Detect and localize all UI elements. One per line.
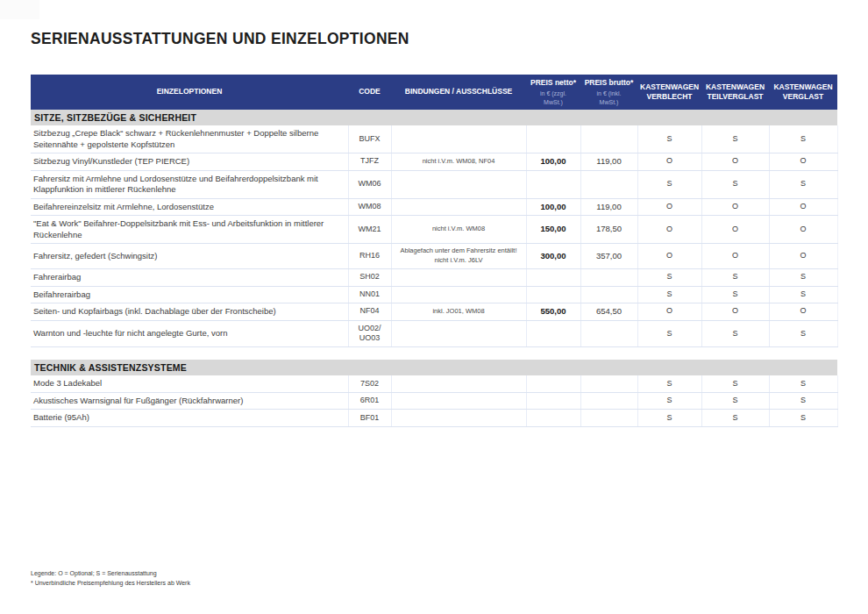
column-header-label: KASTENWAGEN VERBLECHT [640,82,699,102]
table-row: Sitzbezug Vinyl/Kunstleder (TEP PIERCE)T… [31,154,837,171]
table-row: Batterie (95Ah)BF01SSS [31,410,837,427]
option-cell: Fahrersitz, gefedert (Schwingsitz) [31,244,348,269]
column-header-label: KASTENWAGEN TEILVERGLAST [704,82,766,102]
verglast-cell: S [769,170,837,198]
section-header: TECHNIK & ASSISTENZSYSTEME [31,360,837,375]
netto-cell: 100,00 [526,154,580,171]
section-spacer-cell [31,347,837,361]
brutto-cell: 654,50 [580,303,637,321]
netto-cell: 100,00 [526,198,580,216]
code-cell: WM06 [348,170,391,198]
netto-cell [526,320,580,347]
document-page: SERIENAUSSTATTUNGEN UND EINZELOPTIONEN E… [0,0,868,614]
brutto-cell [580,125,637,154]
code-cell: TJFZ [348,154,391,171]
bindungen-cell [391,392,526,410]
brutto-cell [580,269,637,287]
teilverglast-cell: O [701,154,769,171]
teilverglast-cell: S [701,392,769,410]
column-header-code: CODE [348,75,391,110]
column-header-label: EINZELOPTIONEN [33,87,345,96]
code-cell: 6R01 [348,392,391,410]
legend: Legende: O = Optional; S = Serienausstat… [31,568,190,588]
bindungen-cell [391,410,526,427]
verblecht-cell: O [637,244,701,269]
table-row: FahrerairbagSH02SSS [31,269,837,287]
code-cell: WM08 [348,198,391,216]
table-row: BeifahrerairbagNN01SSS [31,286,837,303]
netto-cell [526,392,580,410]
brutto-cell [580,286,637,303]
verblecht-cell: S [637,410,701,427]
brutto-cell [580,320,637,347]
verglast-cell: O [769,216,837,244]
bindungen-cell [391,286,526,303]
bindungen-cell [391,170,526,198]
brutto-cell [580,170,637,198]
option-cell: Mode 3 Ladekabel [31,375,348,392]
table-row: "Eat & Work" Beifahrer-Doppelsitzbank mi… [31,216,837,244]
legend-line-1: Legende: O = Optional; S = Serienausstat… [31,568,190,578]
column-header-netto: PREIS netto*in € (zzgl. MwSt.) [526,75,580,110]
netto-cell [526,286,580,303]
verblecht-cell: S [637,392,701,410]
verglast-cell: O [769,244,837,269]
verglast-cell: S [769,125,837,154]
bindungen-cell: Ablagefach unter dem Fahrersitz entällt!… [391,244,526,269]
option-cell: Fahrerairbag [31,269,348,287]
teilverglast-cell: S [701,410,769,427]
verglast-cell: S [769,320,837,347]
table-row: Mode 3 Ladekabel7S02SSS [31,375,837,392]
section-spacer [31,347,837,361]
bindungen-cell [391,269,526,287]
brutto-cell: 119,00 [580,198,637,216]
code-cell: SH02 [348,269,391,287]
code-cell: NF04 [348,303,391,321]
code-cell: UO02/ UO03 [348,320,391,347]
verglast-cell: S [769,269,837,287]
options-table-container: EINZELOPTIONENCODEBINDUNGEN / AUSSCHLÜSS… [31,75,837,427]
option-cell: Seiten- und Kopfairbags (inkl. Dachablag… [31,303,348,321]
netto-cell [526,170,580,198]
bindungen-cell [391,375,526,392]
netto-cell [526,125,580,154]
option-cell: "Eat & Work" Beifahrer-Doppelsitzbank mi… [31,216,348,244]
table-row: Akustisches Warnsignal für Fußgänger (Rü… [31,392,837,410]
table-row: Fahrersitz mit Armlehne und Lordosenstüt… [31,170,837,198]
verglast-cell: O [769,198,837,216]
verblecht-cell: S [637,375,701,392]
section-header: SITZE, SITZBEZÜGE & SICHERHEIT [31,110,837,125]
options-table: EINZELOPTIONENCODEBINDUNGEN / AUSSCHLÜSS… [31,75,838,427]
bindungen-cell [391,320,526,347]
teilverglast-cell: S [701,286,769,303]
netto-cell [526,269,580,287]
bindungen-cell: nicht i.V.m. WM08, NF04 [391,154,526,171]
teilverglast-cell: O [701,303,769,321]
column-header-teilverglast: KASTENWAGEN TEILVERGLAST [701,75,769,110]
code-cell: WM21 [348,216,391,244]
column-header-sublabel: in € (inkl. MwSt.) [583,89,635,105]
table-header: EINZELOPTIONENCODEBINDUNGEN / AUSSCHLÜSS… [31,75,837,110]
teilverglast-cell: O [701,244,769,269]
verblecht-cell: S [637,170,701,198]
table-row: Seiten- und Kopfairbags (inkl. Dachablag… [31,303,837,321]
brutto-cell: 357,00 [580,244,637,269]
column-header-brutto: PREIS brutto*in € (inkl. MwSt.) [580,75,637,110]
option-cell: Warnton und -leuchte für nicht angelegte… [31,320,348,347]
verglast-cell: O [769,154,837,171]
table-row: Fahrersitz, gefedert (Schwingsitz)RH16Ab… [31,244,837,269]
option-cell: Batterie (95Ah) [31,410,348,427]
netto-cell [526,375,580,392]
page-corner-shade [0,0,39,19]
table-row: Beifahrereinzelsitz mit Armlehne, Lordos… [31,198,837,216]
teilverglast-cell: O [701,216,769,244]
bindungen-cell: inkl. JO01, WM08 [391,303,526,321]
option-cell: Sitzbezug „Crepe Black“ schwarz + Rücken… [31,125,348,154]
table-body: SITZE, SITZBEZÜGE & SICHERHEITSitzbezug … [31,110,837,426]
option-cell: Beifahrerairbag [31,286,348,303]
column-header-verglast: KASTENWAGEN VERGLAST [769,75,837,110]
netto-cell: 300,00 [526,244,580,269]
table-row: Warnton und -leuchte für nicht angelegte… [31,320,837,347]
code-cell: NN01 [348,286,391,303]
netto-cell [526,410,580,427]
